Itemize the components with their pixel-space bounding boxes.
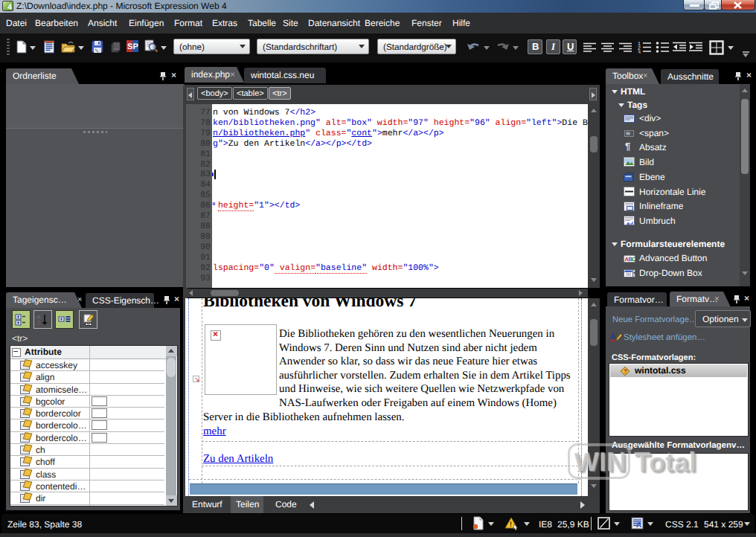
svg-text:!: ! — [510, 521, 512, 529]
svg-text:?: ? — [624, 368, 627, 375]
svg-text:C: C — [632, 256, 635, 263]
svg-text:P: P — [133, 42, 138, 51]
svg-text:Z: Z — [36, 320, 40, 326]
svg-text:3: 3 — [638, 51, 641, 54]
svg-text:S: S — [127, 42, 132, 51]
svg-text:A: A — [636, 521, 641, 530]
